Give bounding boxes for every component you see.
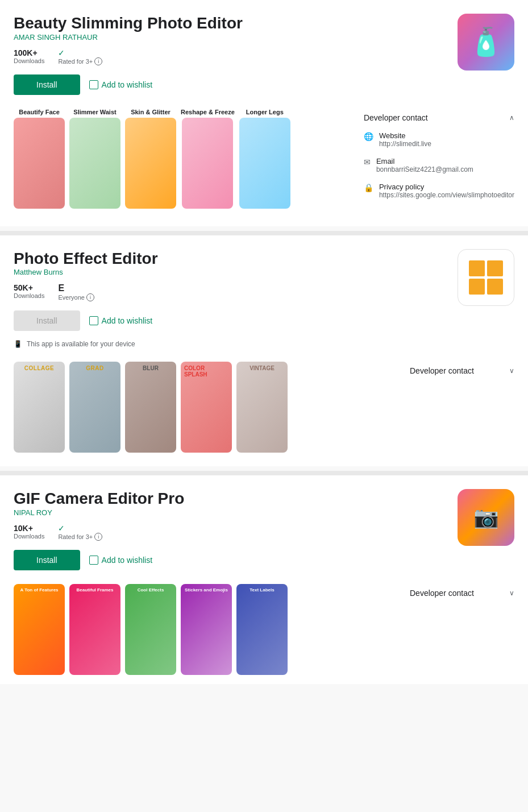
app-title-gif: GIF Camera Editor Pro xyxy=(14,489,184,508)
stat-downloads-label-gif: Downloads xyxy=(14,533,44,540)
dev-privacy-beauty: 🔒 Privacy policy https://sites.google.co… xyxy=(364,183,514,199)
wishlist-button-gif[interactable]: Add to wishlist xyxy=(89,556,152,565)
chevron-up-beauty: ∧ xyxy=(509,114,514,122)
wishlist-icon-gif xyxy=(89,556,98,565)
app-header-gif: GIF Camera Editor Pro NIPAL ROY 10K+ Dow… xyxy=(14,489,514,579)
app-stats-photoeffect: 50K+ Downloads E Everyone i xyxy=(14,283,158,301)
divider-1 xyxy=(0,231,528,235)
stat-rating-check-gif: ✓ xyxy=(58,524,65,533)
app-actions-photoeffect: Install Add to wishlist xyxy=(14,310,158,331)
app-icon-beauty: 🧴 xyxy=(458,14,514,71)
install-button-photoeffect[interactable]: Install xyxy=(14,310,80,331)
app-title-photoeffect: Photo Effect Editor xyxy=(14,249,158,268)
app-header-left-gif: GIF Camera Editor Pro NIPAL ROY 10K+ Dow… xyxy=(14,489,184,579)
wishlist-icon-beauty xyxy=(89,80,98,89)
stat-downloads-photoeffect: 50K+ Downloads xyxy=(14,283,44,301)
privacy-icon-beauty: 🔒 xyxy=(364,183,373,192)
screenshot-reshape: Reshape & Freeze xyxy=(181,109,235,213)
screenshot-img-grad: GRAD xyxy=(69,362,120,453)
app-header-left-photoeffect: Photo Effect Editor Matthew Burns 50K+ D… xyxy=(14,249,158,358)
text-label: Text Labels xyxy=(250,587,274,593)
stat-downloads-label-pe: Downloads xyxy=(14,292,44,299)
screenshot-img-blur: BLUR xyxy=(125,362,176,453)
stat-rating-value: Rated for 3+ i xyxy=(58,57,102,65)
app-developer-beauty[interactable]: AMAR SINGH RATHAUR xyxy=(14,33,243,42)
app-icon-photoeffect xyxy=(458,249,514,306)
gif-camera-icon: 📷 xyxy=(473,506,499,529)
stat-rating-beauty: ✓ Rated for 3+ i xyxy=(58,48,102,65)
dev-website-info-beauty: Website http://slimedit.live xyxy=(379,131,431,148)
grid-cell-3 xyxy=(469,279,485,295)
website-icon-beauty: 🌐 xyxy=(364,132,373,141)
install-button-beauty[interactable]: Install xyxy=(14,74,80,95)
screenshot-img-features: A Ton of Features xyxy=(14,584,65,675)
app-header-beauty: Beauty Slimming Photo Editor AMAR SINGH … xyxy=(14,14,514,104)
wishlist-icon-pe xyxy=(89,316,98,325)
screenshots-contact-beauty: Beautify Face Slimmer Waist Skin & Glitt… xyxy=(14,109,514,226)
developer-contact-toggle-pe[interactable]: Developer contact ∨ xyxy=(410,362,514,380)
developer-contact-gif: Developer contact ∨ xyxy=(401,584,514,675)
screenshot-img-slimmer xyxy=(69,118,120,209)
developer-contact-toggle-beauty[interactable]: Developer contact ∧ xyxy=(364,109,514,127)
stat-downloads-value: 100K+ xyxy=(14,48,38,57)
app-title-beauty: Beauty Slimming Photo Editor xyxy=(14,14,243,33)
beauty-icon-img: 🧴 xyxy=(469,26,503,58)
screenshot-img-frames: Beautiful Frames xyxy=(69,584,120,675)
grid-cell-1 xyxy=(469,260,485,276)
screenshot-img-beautify xyxy=(14,118,65,209)
grad-label: GRAD xyxy=(86,365,103,371)
screenshot-frames: Beautiful Frames xyxy=(69,584,120,675)
dev-email-info-beauty: Email bonnbarriSeitz4221@gmail.com xyxy=(376,157,473,173)
grid-cell-2 xyxy=(487,260,503,276)
available-notice-pe: 📱 This app is available for your device xyxy=(14,340,158,348)
splash-label: COLOR SPLASH xyxy=(184,365,228,378)
screenshots-pe: COLLAGE GRAD BLUR COLOR SPLASH V xyxy=(14,362,392,453)
app-section-photoeffect: Photo Effect Editor Matthew Burns 50K+ D… xyxy=(0,235,528,467)
stat-rating-photoeffect: E Everyone i xyxy=(58,283,94,301)
collage-label: COLLAGE xyxy=(24,365,54,371)
screenshot-img-collage: COLLAGE xyxy=(14,362,65,453)
email-icon-beauty: ✉ xyxy=(364,158,371,167)
chevron-down-gif: ∨ xyxy=(509,589,514,597)
screenshot-effects: Cool Effects xyxy=(125,584,176,675)
app-developer-photoeffect[interactable]: Matthew Burns xyxy=(14,268,158,276)
app-icon-gif: 📷 xyxy=(458,489,514,546)
dev-email-beauty: ✉ Email bonnbarriSeitz4221@gmail.com xyxy=(364,157,514,173)
blur-label: BLUR xyxy=(143,365,159,371)
developer-contact-toggle-gif[interactable]: Developer contact ∨ xyxy=(410,584,514,602)
info-icon-pe[interactable]: i xyxy=(86,293,94,301)
chevron-down-pe: ∨ xyxy=(509,367,514,375)
screenshot-img-color-splash: COLOR SPLASH xyxy=(181,362,232,453)
screenshot-vintage: VINTAGE xyxy=(236,362,288,453)
wishlist-button-photoeffect[interactable]: Add to wishlist xyxy=(89,316,152,325)
screenshot-longer: Longer Legs xyxy=(239,109,290,213)
screenshots-contact-gif: A Ton of Features Beautiful Frames Cool … xyxy=(14,584,514,684)
developer-contact-pe: Developer contact ∨ xyxy=(401,362,514,453)
app-section-gif: GIF Camera Editor Pro NIPAL ROY 10K+ Dow… xyxy=(0,475,528,684)
wishlist-button-beauty[interactable]: Add to wishlist xyxy=(89,80,152,89)
app-stats-gif: 10K+ Downloads ✓ Rated for 3+ i xyxy=(14,524,184,541)
stat-downloads-gif: 10K+ Downloads xyxy=(14,524,44,541)
screenshot-img-longer xyxy=(239,118,290,209)
app-developer-gif[interactable]: NIPAL ROY xyxy=(14,508,184,517)
info-icon-beauty[interactable]: i xyxy=(94,57,102,65)
screenshot-img-skin xyxy=(125,118,176,209)
app-actions-gif: Install Add to wishlist xyxy=(14,550,184,570)
install-button-gif[interactable]: Install xyxy=(14,550,80,570)
screenshots-contact-pe: COLLAGE GRAD BLUR COLOR SPLASH V xyxy=(14,362,514,466)
stat-downloads-beauty: 100K+ Downloads xyxy=(14,48,44,65)
screenshot-img-text: Text Labels xyxy=(236,584,288,675)
screenshot-img-effects: Cool Effects xyxy=(125,584,176,675)
info-icon-gif[interactable]: i xyxy=(94,533,102,541)
screenshots-gif: A Ton of Features Beautiful Frames Cool … xyxy=(14,584,392,675)
stat-everyone-label: Everyone i xyxy=(58,293,94,301)
stat-downloads-label: Downloads xyxy=(14,57,44,64)
screenshot-slimmer: Slimmer Waist xyxy=(69,109,120,213)
app-header-left: Beauty Slimming Photo Editor AMAR SINGH … xyxy=(14,14,243,104)
app-header-photoeffect: Photo Effect Editor Matthew Burns 50K+ D… xyxy=(14,249,514,358)
device-icon-pe: 📱 xyxy=(14,340,22,348)
screenshot-features: A Ton of Features xyxy=(14,584,65,675)
developer-contact-beauty: Developer contact ∧ 🌐 Website http://sli… xyxy=(355,109,514,213)
stat-rating-value-gif: Rated for 3+ i xyxy=(58,533,102,541)
stat-rating-check: ✓ xyxy=(58,48,65,57)
